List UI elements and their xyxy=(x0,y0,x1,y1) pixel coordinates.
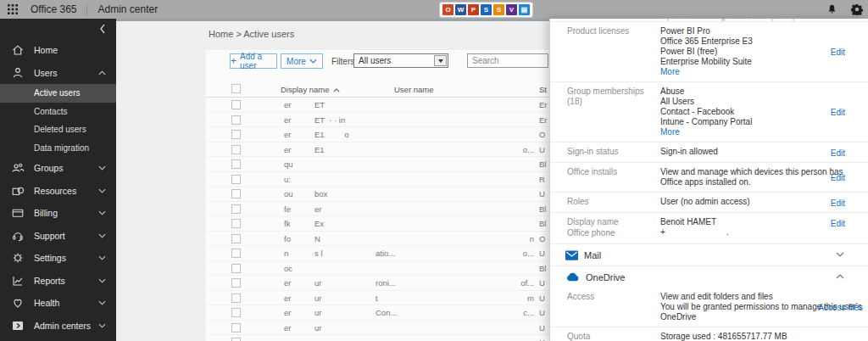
row-checkbox[interactable] xyxy=(231,264,241,273)
row-checkbox[interactable] xyxy=(231,219,241,228)
table-row[interactable]: erurCon...c...U xyxy=(206,305,549,321)
sidebar-item-reports[interactable]: Reports xyxy=(0,270,116,293)
table-row[interactable]: erE1o...U xyxy=(206,143,549,158)
table-row[interactable]: erurtmU xyxy=(206,291,549,306)
table-row[interactable]: feerBl xyxy=(206,202,549,217)
row-checkbox[interactable] xyxy=(231,175,241,184)
chevron-down-icon[interactable] xyxy=(836,252,844,257)
support-icon xyxy=(11,229,25,243)
onedrive-access-field: Access View and edit folders and filesYo… xyxy=(550,288,868,327)
table-row[interactable]: fkExBl xyxy=(206,216,549,232)
more-label: More xyxy=(287,57,306,66)
breadcrumb[interactable]: Home > Active users xyxy=(209,29,294,39)
row-checkbox[interactable] xyxy=(231,293,241,303)
powerpoint-icon[interactable]: P xyxy=(468,4,479,15)
cell-c5: R xyxy=(539,175,545,184)
row-checkbox[interactable] xyxy=(231,115,241,125)
filter-selected-value: All users xyxy=(359,56,391,65)
chevron-down-icon xyxy=(309,59,317,64)
sidebar-item-settings[interactable]: Settings xyxy=(0,247,116,270)
chevron-up-icon[interactable] xyxy=(836,274,844,279)
table-row[interactable]: erurU xyxy=(206,321,549,336)
settings-gear-icon[interactable] xyxy=(851,3,863,15)
more-button[interactable]: More xyxy=(281,53,323,69)
sidebar-item-billing[interactable]: Billing xyxy=(0,202,116,225)
onedrive-section-header[interactable]: OneDrive xyxy=(550,266,868,288)
table-row[interactable]: u:R xyxy=(206,172,549,187)
select-arrow-box[interactable] xyxy=(434,55,447,66)
table-row[interactable]: erurroni...of...U xyxy=(206,276,549,291)
sway-icon[interactable]: S xyxy=(493,4,504,15)
cell-c1: er xyxy=(284,293,291,303)
sidebar-item-resources[interactable]: Resources xyxy=(0,180,116,203)
sidebar-subitem-active-users[interactable]: Active users xyxy=(0,84,116,103)
cell-c1: fe xyxy=(284,204,291,214)
row-checkbox[interactable] xyxy=(231,130,241,139)
sidebar-item-support[interactable]: Support xyxy=(0,225,116,248)
row-checkbox[interactable] xyxy=(231,189,241,198)
cell-c5: U xyxy=(539,323,545,333)
table-row[interactable]: foNnO xyxy=(206,232,549,247)
cell-c2: ur. ... .... ...... xyxy=(314,338,364,341)
column-display-name[interactable]: Display name xyxy=(281,85,340,94)
table-row[interactable]: erETEr xyxy=(206,98,549,113)
cell-c2: N xyxy=(314,234,320,243)
row-checkbox[interactable] xyxy=(231,338,241,341)
search-input[interactable] xyxy=(467,53,548,68)
row-checkbox[interactable] xyxy=(231,308,241,317)
sidebar-item-health[interactable]: Health xyxy=(0,292,116,315)
cell-c2: ur xyxy=(314,278,321,288)
app-launcher-icon[interactable] xyxy=(7,3,19,15)
mail-section-header[interactable]: Mail xyxy=(550,243,868,266)
cell-c3: atio... xyxy=(376,249,395,258)
table-row[interactable]: ouboxU xyxy=(206,187,549,202)
select-all-checkbox[interactable] xyxy=(231,84,241,93)
word-icon[interactable]: W xyxy=(455,4,466,15)
edit-link[interactable]: Edit xyxy=(831,108,845,117)
more-link[interactable]: More xyxy=(660,67,753,77)
row-checkbox[interactable] xyxy=(231,234,241,243)
sidebar-subitem-contacts[interactable]: Contacts xyxy=(0,103,116,121)
row-checkbox[interactable] xyxy=(231,159,241,169)
add-user-button[interactable]: + Add a user xyxy=(230,53,277,69)
cell-c2: Ex xyxy=(314,219,324,228)
sharepoint-icon[interactable]: S xyxy=(481,4,492,15)
table-row[interactable]: erET · · inEr xyxy=(206,113,549,128)
microsoft-icon[interactable]: ▤ xyxy=(519,4,530,15)
edit-link[interactable]: Edit xyxy=(831,173,845,182)
chevron-down-icon xyxy=(98,210,106,216)
sidebar-item-label: Billing xyxy=(34,208,58,218)
visio-icon[interactable]: V xyxy=(506,4,517,15)
table-row[interactable]: ocBl xyxy=(206,261,549,277)
row-checkbox[interactable] xyxy=(231,249,241,258)
sidebar-item-users[interactable]: Users xyxy=(0,62,116,85)
more-link[interactable]: More xyxy=(660,127,752,137)
table-row[interactable]: erE1 oO xyxy=(206,127,549,143)
edit-link[interactable]: Edit xyxy=(831,148,845,157)
sidebar-item-groups[interactable]: Groups xyxy=(0,157,116,180)
cell-c3: Con... xyxy=(376,308,397,317)
filter-select[interactable]: All users xyxy=(353,53,448,68)
table-row[interactable]: erur. ... .... ......U xyxy=(206,335,549,341)
row-checkbox[interactable] xyxy=(231,204,241,214)
cell-c2: ET xyxy=(314,100,325,109)
sidebar-subitem-deleted-users[interactable]: Deleted users xyxy=(0,120,116,139)
edit-link[interactable]: Edit xyxy=(831,48,845,57)
edit-link[interactable]: Edit xyxy=(831,219,845,228)
sidebar-item-home[interactable]: Home xyxy=(0,39,116,62)
notifications-bell-icon[interactable] xyxy=(826,3,837,15)
table-row[interactable]: quBl xyxy=(206,157,549,172)
row-checkbox[interactable] xyxy=(231,278,241,288)
table-row[interactable]: ns latio...o...U xyxy=(206,246,549,261)
row-checkbox[interactable] xyxy=(231,100,241,109)
access-files-link[interactable]: Access files xyxy=(818,303,863,312)
sidebar-subitem-data-migration[interactable]: Data migration xyxy=(0,139,116,158)
cell-c4: m xyxy=(527,293,534,303)
row-checkbox[interactable] xyxy=(231,145,241,154)
row-checkbox[interactable] xyxy=(231,323,241,333)
office-icon[interactable]: O xyxy=(442,4,453,15)
edit-link[interactable]: Edit xyxy=(831,198,845,207)
collapse-sidebar-icon[interactable] xyxy=(99,24,106,34)
cell-c5: U xyxy=(539,293,545,303)
sidebar-item-admin-centers[interactable]: Admin centers xyxy=(0,315,116,338)
